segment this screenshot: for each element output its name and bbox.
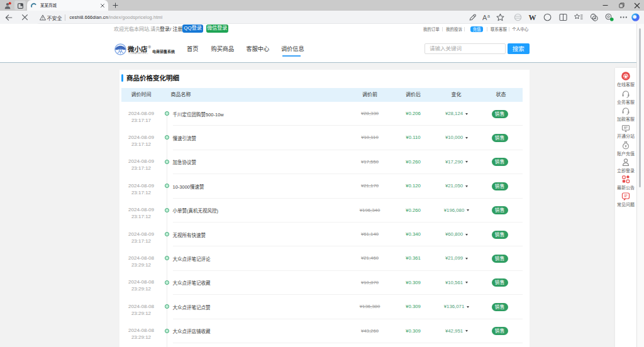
svg-text:a: a [487, 14, 490, 18]
svg-text:W: W [529, 13, 536, 21]
svg-text:A: A [482, 14, 487, 21]
